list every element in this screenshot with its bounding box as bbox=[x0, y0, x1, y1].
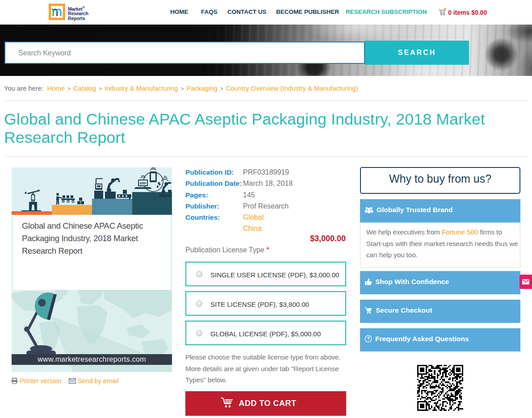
svg-text:?: ? bbox=[367, 336, 369, 341]
svg-text:ERP: ERP bbox=[140, 182, 147, 185]
